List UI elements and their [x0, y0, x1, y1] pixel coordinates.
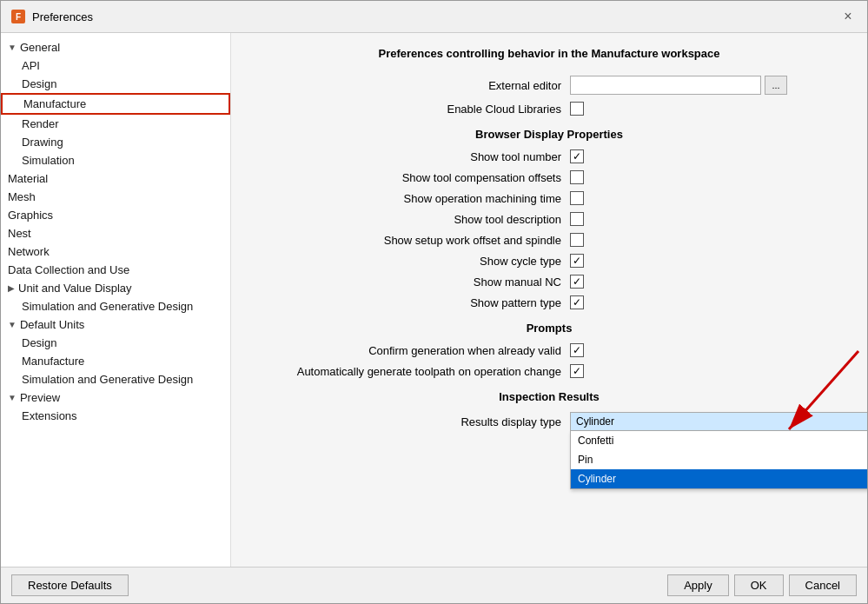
cloud-libraries-label: Enable Cloud Libraries	[257, 103, 570, 116]
sidebar-item-simulation[interactable]: Simulation	[1, 151, 230, 169]
expand-triangle: ▼	[8, 43, 17, 52]
label-show-tool-description: Show tool description	[257, 213, 570, 226]
close-button[interactable]: ×	[839, 8, 857, 25]
external-editor-row: External editor ...	[257, 76, 841, 95]
field-show-tool-number: Show tool number	[257, 149, 841, 163]
dropdown-options-list: Confetti Pin Cylinder	[570, 431, 867, 489]
label-show-manual-nc: Show manual NC	[257, 275, 570, 289]
field-show-pattern-type: Show pattern type	[257, 295, 841, 309]
sidebar-item-defaultunits[interactable]: ▼ Default Units	[1, 315, 230, 334]
checkbox-show-operation-machining[interactable]	[570, 191, 584, 205]
ok-button[interactable]: OK	[734, 574, 784, 596]
sidebar-label-extensions: Extensions	[22, 409, 77, 422]
checkbox-show-cycle-type[interactable]	[570, 254, 584, 268]
sidebar-label-manufacture2: Manufacture	[22, 355, 84, 368]
sidebar-item-preview[interactable]: ▼ Preview	[1, 388, 230, 407]
sidebar-label-simgenerative2: Simulation and Generative Design	[22, 373, 193, 386]
results-display-dropdown[interactable]: Cylinder ▼	[570, 412, 867, 431]
browser-display-title: Browser Display Properties	[257, 128, 841, 141]
sidebar-label-preview: Preview	[20, 391, 60, 404]
sidebar-label-datacollection: Data Collection and Use	[8, 263, 129, 276]
panel-title: Preferences controlling behavior in the …	[257, 47, 841, 60]
checkbox-show-pattern-type[interactable]	[570, 295, 584, 309]
browse-button[interactable]: ...	[765, 76, 787, 95]
sidebar-item-render[interactable]: Render	[1, 115, 230, 133]
sidebar-label-simgenerative: Simulation and Generative Design	[22, 300, 193, 313]
label-show-pattern-type: Show pattern type	[257, 296, 570, 309]
label-show-tool-number: Show tool number	[257, 150, 570, 163]
inspection-title: Inspection Results	[257, 390, 841, 403]
label-show-setup-work: Show setup work offset and spindle	[257, 234, 570, 247]
footer: Restore Defaults Apply OK Cancel	[1, 567, 867, 603]
checkbox-show-tool-compensation[interactable]	[570, 170, 584, 184]
sidebar-label-drawing: Drawing	[22, 136, 63, 149]
sidebar-item-drawing[interactable]: Drawing	[1, 133, 230, 151]
sidebar-item-material[interactable]: Material	[1, 169, 230, 188]
sidebar: ▼ General API Design Manufacture Render …	[1, 33, 231, 567]
main-panel: Preferences controlling behavior in the …	[231, 33, 867, 567]
results-display-row: Results display type Cylinder ▼ Confetti…	[257, 412, 841, 431]
sidebar-label-api: API	[22, 59, 40, 72]
sidebar-label-simulation: Simulation	[22, 154, 75, 167]
sidebar-label-design: Design	[22, 77, 56, 90]
checkbox-confirm-generation[interactable]	[570, 343, 584, 357]
sidebar-label-design2: Design	[22, 336, 56, 349]
sidebar-item-manufacture[interactable]: Manufacture	[1, 93, 230, 115]
sidebar-item-graphics[interactable]: Graphics	[1, 206, 230, 224]
sidebar-item-simgenerative[interactable]: Simulation and Generative Design	[1, 297, 230, 315]
sidebar-item-nest[interactable]: Nest	[1, 224, 230, 242]
app-icon: F	[11, 10, 25, 23]
dropdown-option-cylinder[interactable]: Cylinder	[571, 469, 867, 488]
sidebar-label-general: General	[20, 41, 60, 54]
prompts-title: Prompts	[257, 322, 841, 335]
field-confirm-generation: Confirm generation when already valid	[257, 343, 841, 357]
field-show-cycle-type: Show cycle type	[257, 254, 841, 268]
sidebar-item-design2[interactable]: Design	[1, 334, 230, 352]
sidebar-label-defaultunits: Default Units	[20, 318, 84, 331]
cloud-libraries-checkbox[interactable]	[570, 102, 584, 116]
sidebar-item-manufacture2[interactable]: Manufacture	[1, 352, 230, 370]
external-editor-input[interactable]	[570, 76, 761, 95]
sidebar-item-general[interactable]: ▼ General	[1, 38, 230, 56]
apply-button[interactable]: Apply	[667, 574, 729, 596]
field-show-operation-machining: Show operation machining time	[257, 191, 841, 205]
sidebar-item-extensions[interactable]: Extensions	[1, 407, 230, 425]
external-editor-label: External editor	[257, 79, 570, 92]
sidebar-item-datacollection[interactable]: Data Collection and Use	[1, 261, 230, 279]
sidebar-label-unitvalue: Unit and Value Display	[18, 282, 132, 295]
checkbox-show-tool-description[interactable]	[570, 212, 584, 226]
label-show-operation-machining: Show operation machining time	[257, 192, 570, 205]
sidebar-label-nest: Nest	[8, 227, 31, 240]
window-title: Preferences	[32, 10, 93, 23]
restore-defaults-button[interactable]: Restore Defaults	[11, 574, 129, 596]
checkbox-show-setup-work[interactable]	[570, 233, 584, 247]
sidebar-item-network[interactable]: Network	[1, 242, 230, 261]
field-show-setup-work: Show setup work offset and spindle	[257, 233, 841, 247]
sidebar-label-graphics: Graphics	[8, 209, 53, 222]
field-show-manual-nc: Show manual NC	[257, 275, 841, 289]
sidebar-item-mesh[interactable]: Mesh	[1, 188, 230, 206]
label-confirm-generation: Confirm generation when already valid	[257, 344, 570, 357]
checkbox-show-tool-number[interactable]	[570, 149, 584, 163]
title-bar-left: F Preferences	[11, 10, 93, 23]
sidebar-item-api[interactable]: API	[1, 56, 230, 75]
title-bar: F Preferences ×	[1, 1, 867, 33]
checkbox-show-manual-nc[interactable]	[570, 275, 584, 289]
content-area: ▼ General API Design Manufacture Render …	[1, 33, 867, 567]
sidebar-label-mesh: Mesh	[8, 190, 36, 203]
label-show-tool-compensation: Show tool compensation offsets	[257, 171, 570, 184]
sidebar-item-design[interactable]: Design	[1, 75, 230, 93]
results-display-dropdown-container[interactable]: Cylinder ▼ Confetti Pin Cylinder	[570, 412, 867, 431]
cancel-button[interactable]: Cancel	[789, 574, 857, 596]
dropdown-option-confetti[interactable]: Confetti	[571, 431, 867, 450]
sidebar-item-simgenerative2[interactable]: Simulation and Generative Design	[1, 370, 230, 388]
label-auto-generate: Automatically generate toolpath on opera…	[257, 365, 570, 378]
sidebar-item-unitvalue[interactable]: ▶ Unit and Value Display	[1, 279, 230, 297]
field-auto-generate: Automatically generate toolpath on opera…	[257, 364, 841, 378]
footer-actions: Apply OK Cancel	[667, 574, 857, 596]
dropdown-option-pin[interactable]: Pin	[571, 450, 867, 469]
field-show-tool-description: Show tool description	[257, 212, 841, 226]
cloud-libraries-row: Enable Cloud Libraries	[257, 102, 841, 116]
sidebar-label-manufacture: Manufacture	[23, 97, 86, 110]
checkbox-auto-generate[interactable]	[570, 364, 584, 378]
